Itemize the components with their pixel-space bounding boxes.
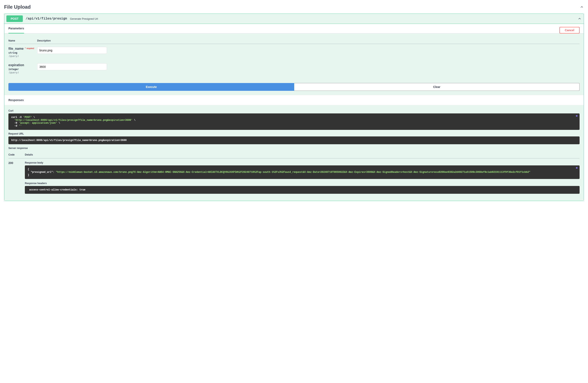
copy-icon[interactable] (576, 115, 578, 117)
param-name: expiration (8, 63, 24, 67)
col-code: Code (8, 151, 25, 158)
endpoint-summary: Generate Presigned Url (70, 17, 98, 20)
cancel-button[interactable]: Cancel (559, 27, 580, 33)
execute-bar: Execute Clear (8, 83, 580, 91)
response-table: Code Details 200 Response body { "presig… (8, 151, 580, 197)
server-response-label: Server response (8, 147, 580, 150)
expiration-input[interactable] (37, 63, 107, 70)
file-name-input[interactable] (37, 47, 107, 54)
operation-body: Parameters Cancel Name Description file_… (4, 24, 584, 201)
request-url-label: Request URL (8, 132, 580, 135)
col-description: Description (37, 38, 580, 44)
parameters-tab[interactable]: Parameters (8, 27, 24, 33)
response-body-label: Response body (25, 161, 580, 164)
col-details: Details (25, 151, 580, 158)
param-name: file_name (8, 47, 24, 50)
response-headers-label: Response headers (25, 182, 580, 185)
param-type: integer (8, 68, 37, 71)
parameter-row: expiration integer (query) (8, 60, 580, 77)
curl-label: Curl (8, 109, 580, 112)
parameters-table: Name Description file_name * required st… (8, 38, 580, 77)
required-star-icon: * (24, 47, 26, 49)
http-method-badge: POST (6, 15, 23, 22)
operation-block: POST /api/v1/files/presign Generate Pres… (4, 14, 584, 201)
parameters-body: Name Description file_name * required st… (4, 33, 584, 95)
param-in: (query) (8, 71, 37, 74)
section-header[interactable]: File Upload (4, 2, 584, 12)
parameters-header: Parameters Cancel (4, 24, 584, 33)
param-in: (query) (8, 55, 37, 58)
chevron-up-icon (578, 17, 582, 21)
curl-code-block: curl -X 'POST' \ 'http://localhost:8000/… (8, 113, 580, 130)
clear-button[interactable]: Clear (294, 83, 580, 91)
execute-button[interactable]: Execute (8, 83, 294, 91)
responses-body: Curl curl -X 'POST' \ 'http://localhost:… (4, 105, 584, 201)
chevron-up-icon (580, 5, 584, 9)
operation-summary[interactable]: POST /api/v1/files/presign Generate Pres… (4, 14, 584, 24)
endpoint-path: /api/v1/files/presign (26, 17, 67, 21)
response-body-block: { "presigned_url": "https://middleman-bu… (25, 165, 580, 179)
responses-title: Responses (8, 98, 24, 102)
response-row: 200 Response body { "presigned_url": "ht… (8, 158, 580, 197)
copy-icon[interactable] (576, 167, 578, 169)
responses-header: Responses (4, 95, 584, 105)
response-headers-block: access-control-allow-credentials: true (25, 186, 580, 194)
section-title: File Upload (4, 4, 31, 10)
request-url-block: http://localhost:8000/api/v1/files/presi… (8, 136, 580, 144)
response-code: 200 (8, 158, 25, 197)
parameter-row: file_name * required string (query) (8, 44, 580, 61)
col-name: Name (8, 38, 37, 44)
required-label: required (26, 47, 34, 49)
param-type: string (8, 51, 37, 54)
